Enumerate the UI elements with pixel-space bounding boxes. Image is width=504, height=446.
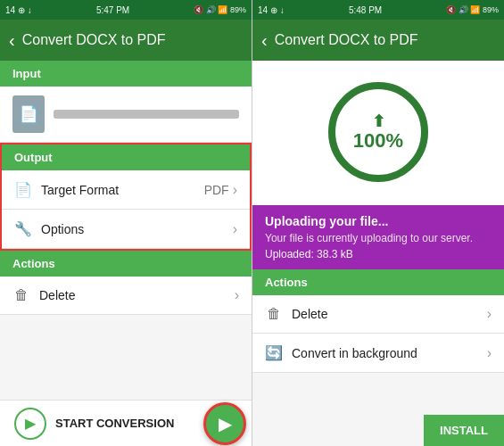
target-format-item[interactable]: 📄 Target Format PDF ›	[2, 170, 250, 210]
convert-bg-icon: 🔄	[265, 344, 283, 361]
upload-status-banner: Uploading your file... Your file is curr…	[252, 205, 504, 269]
progress-circle: ⬆ 100%	[325, 78, 432, 186]
progress-value: 100%	[353, 129, 403, 152]
chevron-right-delete-right: ›	[487, 306, 492, 322]
target-format-label: Target Format	[41, 183, 204, 197]
options-icon: 🔧	[14, 220, 32, 237]
status-bar-right: 14 ⊕ ↓ 5:48 PM 🔇 🔊 📶 89%	[252, 0, 504, 20]
upload-description: Your file is currently uploading to our …	[265, 232, 492, 244]
back-button-left[interactable]: ‹	[9, 30, 15, 51]
delete-icon-right: 🗑	[265, 306, 283, 322]
upload-size: Uploaded: 38.3 kB	[265, 248, 492, 260]
delete-icon-left: 🗑	[12, 287, 30, 303]
install-button[interactable]: INSTALL	[424, 415, 504, 446]
output-section: Output 📄 Target Format PDF › 🔧 Options ›	[0, 143, 252, 251]
upload-progress-area: ⬆ 100%	[252, 61, 504, 205]
file-name-placeholder	[54, 110, 239, 119]
top-bar-right: ‹ Convert DOCX to PDF	[252, 20, 504, 61]
play-fab-button[interactable]: ▶	[203, 402, 246, 445]
delete-label-left: Delete	[39, 288, 235, 302]
page-title-left: Convert DOCX to PDF	[22, 32, 166, 48]
chevron-right-icon: ›	[233, 182, 237, 198]
convert-bg-item[interactable]: 🔄 Convert in background ›	[252, 334, 504, 373]
top-bar-left: ‹ Convert DOCX to PDF	[0, 20, 252, 61]
page-title-right: Convert DOCX to PDF	[275, 32, 418, 48]
start-label: START CONVERSION	[55, 417, 174, 430]
status-right-icons-left: 🔇 🔊 📶 89%	[194, 5, 246, 14]
output-section-header: Output	[2, 145, 250, 170]
status-left-icons: 14 ⊕ ↓	[5, 5, 32, 15]
actions-section-header-left: Actions	[0, 251, 252, 277]
chevron-right-icon-2: ›	[233, 221, 237, 237]
options-item[interactable]: 🔧 Options ›	[2, 210, 250, 249]
file-icon: 📄	[12, 95, 45, 133]
start-circle-icon: ▶	[14, 408, 46, 440]
status-time-left: 5:47 PM	[96, 5, 129, 15]
upload-title: Uploading your file...	[265, 214, 492, 228]
upload-arrow-icon: ⬆	[353, 113, 403, 129]
chevron-right-convert-bg: ›	[487, 345, 492, 361]
status-bar-left: 14 ⊕ ↓ 5:47 PM 🔇 🔊 📶 89%	[0, 0, 252, 20]
actions-section-header-right: Actions	[252, 269, 504, 295]
left-panel: 14 ⊕ ↓ 5:47 PM 🔇 🔊 📶 89% ‹ Convert DOCX …	[0, 0, 252, 446]
status-time-right: 5:48 PM	[349, 5, 382, 15]
options-label: Options	[41, 222, 233, 236]
delete-label-right: Delete	[292, 307, 487, 321]
progress-percent-display: ⬆ 100%	[353, 113, 403, 151]
convert-bg-label: Convert in background	[292, 346, 487, 360]
right-panel: 14 ⊕ ↓ 5:48 PM 🔇 🔊 📶 89% ‹ Convert DOCX …	[252, 0, 504, 446]
input-section-header: Input	[0, 61, 252, 87]
delete-item-right[interactable]: 🗑 Delete ›	[252, 295, 504, 334]
back-button-right[interactable]: ‹	[261, 30, 268, 51]
input-file-area: 📄	[0, 87, 252, 143]
delete-item-left[interactable]: 🗑 Delete ›	[0, 277, 252, 315]
bottom-bar-left: ▶ START CONVERSION ▶	[0, 400, 252, 446]
format-icon: 📄	[14, 181, 32, 198]
status-right-icons-right: 🔇 🔊 📶 89%	[446, 5, 499, 14]
document-icon: 📄	[19, 104, 38, 124]
start-conversion-area[interactable]: ▶ START CONVERSION	[0, 408, 203, 440]
chevron-right-delete-left: ›	[235, 287, 239, 303]
target-format-value: PDF	[204, 183, 229, 197]
status-left-icons-right: 14 ⊕ ↓	[258, 5, 285, 15]
